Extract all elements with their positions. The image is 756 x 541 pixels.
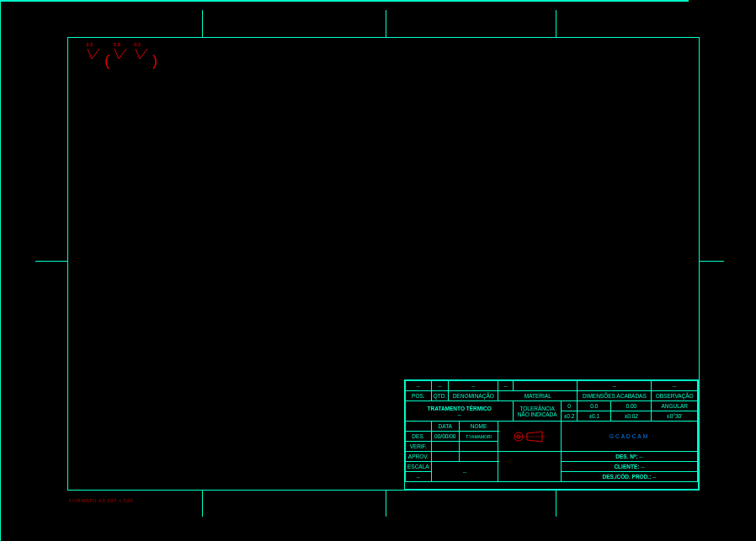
- tol-v-000: ±0.02: [611, 411, 652, 422]
- aprov-date: [431, 452, 459, 462]
- cell-mat-val: --: [498, 381, 514, 391]
- outer-frame-bottom: [0, 1, 689, 2]
- cell-obs-val: --: [652, 381, 698, 391]
- zone-tick: [556, 10, 556, 37]
- des-name: T.YAMAMORI: [459, 432, 498, 442]
- roughness-symbol: 0.2: [134, 47, 149, 62]
- tol-h-ang: ANGULAR: [652, 401, 698, 411]
- tol-v-ang: ±0°30': [652, 411, 698, 422]
- verif-label: VERIF.: [406, 442, 432, 452]
- hdr-dims: DIMENSÕES ACABADAS: [578, 391, 652, 401]
- title-block-table: -- -- -- -- -- -- POS. QTD. DENOMINAÇÃO …: [405, 380, 698, 482]
- cell-mat-val2: [514, 381, 578, 391]
- zone-tick: [699, 261, 724, 262]
- roughness-symbol: 0.8: [113, 47, 128, 62]
- company-logo: GCADCAM: [561, 422, 697, 452]
- aprov-label: APROV.: [406, 452, 432, 462]
- hdr-obs: OBSERVAÇÃO: [652, 391, 698, 401]
- zone-tick: [386, 10, 386, 37]
- cod-cell: DES./CÓD. PROD.: --: [561, 472, 697, 482]
- sig-header-row: DATA NOME GCADCAM: [406, 422, 698, 432]
- hdr-denom: DENOMINAÇÃO: [449, 391, 498, 401]
- des-label: DES.: [406, 432, 432, 442]
- parts-header-row: POS. QTD. DENOMINAÇÃO MATERIAL DIMENSÕES…: [406, 391, 698, 401]
- hdr-material: MATERIAL: [498, 391, 578, 401]
- zone-tick: [556, 490, 556, 517]
- desno-value: --: [639, 453, 642, 459]
- paren-open: (: [104, 52, 109, 69]
- thermal-treatment: TRATAMENTO TÉRMICO --: [406, 401, 514, 422]
- blank-mid: [498, 452, 562, 482]
- data-hdr: DATA: [431, 422, 459, 432]
- cell-denom-val: --: [449, 381, 498, 391]
- roughness-symbol: 3.2: [86, 47, 101, 62]
- verif-date: [431, 442, 459, 452]
- cliente-cell: CLIENTE: --: [561, 462, 697, 472]
- cod-label: DES./CÓD. PROD.:: [603, 474, 652, 480]
- cell-dims-val: --: [578, 381, 652, 391]
- format-note: FORMATO A3 297 x 520: [69, 498, 133, 503]
- escala-value: --: [406, 472, 432, 482]
- tol-label-1: TOLERÂNCIA: [515, 406, 559, 411]
- blank: [406, 422, 432, 432]
- treatment-row: TRATAMENTO TÉRMICO -- TOLERÂNCIA NÃO IND…: [406, 401, 698, 411]
- tol-h-000: 0.00: [611, 401, 652, 411]
- paren-close: ): [152, 52, 157, 69]
- cell-pos-val: --: [406, 381, 432, 391]
- tol-h-00: 0.0: [578, 401, 611, 411]
- hdr-pos: POS.: [406, 391, 432, 401]
- cell-qtd-val: --: [431, 381, 449, 391]
- nome-hdr: NOME: [459, 422, 498, 432]
- tol-v-0: ±0.2: [561, 411, 577, 422]
- zone-tick: [35, 261, 67, 262]
- projection-symbol: [498, 422, 562, 452]
- verif-name: [459, 442, 498, 452]
- des-no-cell: DES. Nº: --: [561, 452, 697, 462]
- escala-extra: --: [431, 462, 498, 482]
- des-date: 00/00/00: [431, 432, 459, 442]
- zone-tick: [386, 490, 386, 517]
- tol-h-0: 0: [561, 401, 577, 411]
- cliente-label: CLIENTE:: [614, 464, 639, 469]
- zone-tick: [202, 10, 203, 37]
- tol-label-2: NÃO INDICADA: [515, 411, 559, 417]
- tol-label: TOLERÂNCIA NÃO INDICADA: [514, 401, 562, 422]
- zone-tick: [202, 490, 203, 517]
- outer-frame-right: [0, 508, 1, 541]
- title-block: -- -- -- -- -- -- POS. QTD. DENOMINAÇÃO …: [404, 379, 699, 490]
- tol-v-00: ±0.1: [578, 411, 611, 422]
- thermal-value: --: [407, 411, 511, 417]
- cod-value: --: [652, 474, 656, 480]
- outer-frame-left: [0, 2, 1, 508]
- hdr-qtd: QTD.: [431, 391, 449, 401]
- cliente-value: --: [641, 464, 644, 469]
- escala-label: ESCALA: [406, 462, 432, 472]
- aprov-name: [459, 452, 498, 462]
- aprov-row: APROV. DES. Nº: --: [406, 452, 698, 462]
- parts-data-row: -- -- -- -- -- --: [406, 381, 698, 391]
- desno-label: DES. Nº:: [615, 453, 637, 459]
- surface-finish-symbols: 3.2 ( 0.8 0.2 ): [84, 47, 157, 70]
- thermal-label: TRATAMENTO TÉRMICO: [407, 406, 511, 411]
